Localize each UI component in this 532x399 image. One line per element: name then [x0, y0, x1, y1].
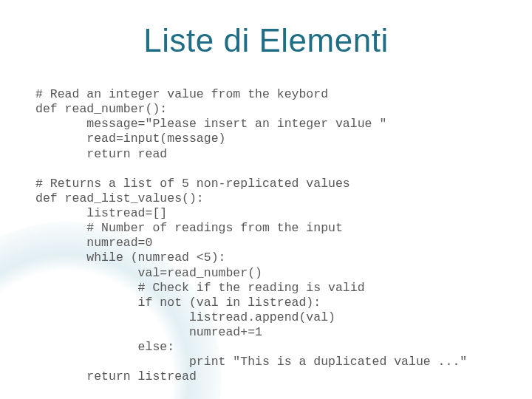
code-block: # Read an integer value from the keybord…	[35, 87, 502, 385]
slide-title: Liste di Elementi	[0, 22, 532, 59]
